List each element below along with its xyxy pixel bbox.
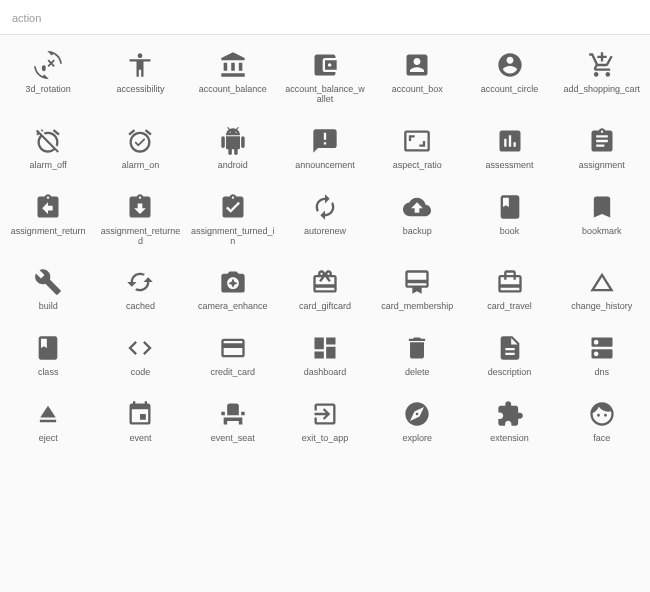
assessment-icon: [496, 127, 524, 155]
icon-cell-exit_to_app[interactable]: exit_to_app: [281, 396, 369, 448]
icon-cell-add_shopping_cart[interactable]: add_shopping_cart: [558, 47, 646, 109]
icon-cell-account_circle[interactable]: account_circle: [465, 47, 553, 109]
icon-label: card_membership: [381, 302, 453, 312]
icon-cell-code[interactable]: code: [96, 330, 184, 382]
icon-label: account_balance_wallet: [283, 85, 367, 105]
icon-cell-autorenew[interactable]: autorenew: [281, 189, 369, 251]
icon-label: alarm_off: [29, 161, 66, 171]
dns-icon: [588, 334, 616, 362]
cached-icon: [126, 268, 154, 296]
icon-label: alarm_on: [122, 161, 160, 171]
backup-icon: [403, 193, 431, 221]
icon-cell-announcement[interactable]: announcement: [281, 123, 369, 175]
icon-label: credit_card: [210, 368, 255, 378]
icon-cell-book[interactable]: book: [465, 189, 553, 251]
icon-label: announcement: [295, 161, 355, 171]
icon-label: extension: [490, 434, 529, 444]
icon-label: assignment_turned_in: [191, 227, 275, 247]
icon-cell-account_balance[interactable]: account_balance: [189, 47, 277, 109]
icon-cell-description[interactable]: description: [465, 330, 553, 382]
icon-cell-alarm_on[interactable]: alarm_on: [96, 123, 184, 175]
description-icon: [496, 334, 524, 362]
code-icon: [126, 334, 154, 362]
icon-label: autorenew: [304, 227, 346, 237]
icon-label: bookmark: [582, 227, 622, 237]
icon-cell-assignment[interactable]: assignment: [558, 123, 646, 175]
bookmark-icon: [588, 193, 616, 221]
icon-label: card_giftcard: [299, 302, 351, 312]
icon-cell-eject[interactable]: eject: [4, 396, 92, 448]
camera-enhance-icon: [219, 268, 247, 296]
class-icon: [34, 334, 62, 362]
icon-cell-delete[interactable]: delete: [373, 330, 461, 382]
icon-cell-assessment[interactable]: assessment: [465, 123, 553, 175]
icon-cell-event_seat[interactable]: event_seat: [189, 396, 277, 448]
icon-label: description: [488, 368, 532, 378]
icon-cell-account_box[interactable]: account_box: [373, 47, 461, 109]
icon-cell-dashboard[interactable]: dashboard: [281, 330, 369, 382]
3d-rotation-icon: [34, 51, 62, 79]
assignment-returned-icon: [126, 193, 154, 221]
icon-cell-3d_rotation[interactable]: 3d_rotation: [4, 47, 92, 109]
icon-cell-camera_enhance[interactable]: camera_enhance: [189, 264, 277, 316]
icon-label: eject: [39, 434, 58, 444]
credit-card-icon: [219, 334, 247, 362]
section-header: action: [0, 0, 650, 35]
icon-cell-bookmark[interactable]: bookmark: [558, 189, 646, 251]
icon-cell-extension[interactable]: extension: [465, 396, 553, 448]
icon-cell-face[interactable]: face: [558, 396, 646, 448]
icon-label: add_shopping_cart: [564, 85, 641, 95]
icon-label: build: [39, 302, 58, 312]
change-history-icon: [588, 268, 616, 296]
icon-cell-backup[interactable]: backup: [373, 189, 461, 251]
icon-cell-build[interactable]: build: [4, 264, 92, 316]
icon-cell-card_membership[interactable]: card_membership: [373, 264, 461, 316]
assignment-return-icon: [34, 193, 62, 221]
icon-label: account_circle: [481, 85, 539, 95]
icon-label: cached: [126, 302, 155, 312]
icon-label: explore: [403, 434, 433, 444]
icon-label: account_balance: [199, 85, 267, 95]
icon-label: book: [500, 227, 520, 237]
announcement-icon: [311, 127, 339, 155]
icon-cell-cached[interactable]: cached: [96, 264, 184, 316]
icon-cell-event[interactable]: event: [96, 396, 184, 448]
icon-label: account_box: [392, 85, 443, 95]
icon-cell-assignment_turned_in[interactable]: assignment_turned_in: [189, 189, 277, 251]
alarm-on-icon: [126, 127, 154, 155]
icon-label: assignment_return: [11, 227, 86, 237]
icon-label: camera_enhance: [198, 302, 268, 312]
card-giftcard-icon: [311, 268, 339, 296]
explore-icon: [403, 400, 431, 428]
icon-cell-account_balance_wallet[interactable]: account_balance_wallet: [281, 47, 369, 109]
alarm-off-icon: [34, 127, 62, 155]
extension-icon: [496, 400, 524, 428]
icon-label: change_history: [571, 302, 632, 312]
icon-cell-alarm_off[interactable]: alarm_off: [4, 123, 92, 175]
icon-cell-assignment_return[interactable]: assignment_return: [4, 189, 92, 251]
event-icon: [126, 400, 154, 428]
icon-cell-class[interactable]: class: [4, 330, 92, 382]
icon-cell-assignment_returned[interactable]: assignment_returned: [96, 189, 184, 251]
icon-cell-card_travel[interactable]: card_travel: [465, 264, 553, 316]
icon-cell-card_giftcard[interactable]: card_giftcard: [281, 264, 369, 316]
icon-grid: 3d_rotationaccessibilityaccount_balancea…: [0, 35, 650, 448]
icon-cell-aspect_ratio[interactable]: aspect_ratio: [373, 123, 461, 175]
icon-label: accessibility: [116, 85, 164, 95]
accessibility-icon: [126, 51, 154, 79]
icon-cell-change_history[interactable]: change_history: [558, 264, 646, 316]
icon-label: android: [218, 161, 248, 171]
icon-label: assessment: [486, 161, 534, 171]
icon-cell-credit_card[interactable]: credit_card: [189, 330, 277, 382]
icon-label: aspect_ratio: [393, 161, 442, 171]
build-icon: [34, 268, 62, 296]
section-title: action: [12, 12, 41, 24]
account-balance-wallet-icon: [311, 51, 339, 79]
icon-cell-android[interactable]: android: [189, 123, 277, 175]
icon-label: delete: [405, 368, 430, 378]
autorenew-icon: [311, 193, 339, 221]
icon-cell-accessibility[interactable]: accessibility: [96, 47, 184, 109]
icon-cell-dns[interactable]: dns: [558, 330, 646, 382]
dashboard-icon: [311, 334, 339, 362]
icon-cell-explore[interactable]: explore: [373, 396, 461, 448]
